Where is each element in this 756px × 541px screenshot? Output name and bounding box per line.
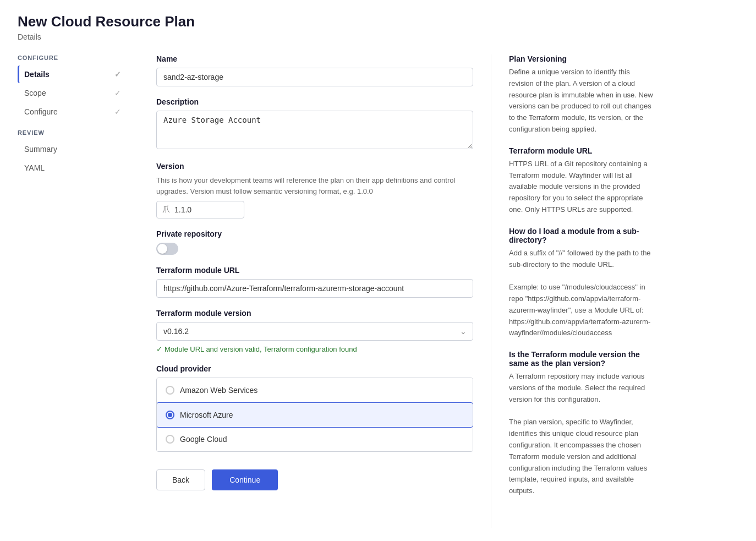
back-button[interactable]: Back	[156, 469, 205, 490]
checkmark-icon: ✓	[156, 345, 162, 353]
terraform-version-section: Terraform module version v0.16.2 ⌄ ✓ Mod…	[156, 309, 473, 353]
azure-label: Microsoft Azure	[180, 411, 233, 419]
terraform-version-label: Terraform module version	[156, 309, 473, 318]
aws-label: Amazon Web Services	[180, 386, 258, 395]
private-repo-toggle[interactable]	[156, 243, 178, 255]
help-version-same: Is the Terraform module version the same…	[509, 350, 656, 497]
description-textarea[interactable]: Azure Storage Account	[156, 111, 473, 149]
sidebar-item-yaml[interactable]: YAML	[18, 159, 128, 177]
version-label: Version	[156, 162, 473, 171]
cloud-provider-section: Cloud provider Amazon Web Services Micro…	[156, 364, 473, 452]
validation-message: ✓ Module URL and version valid, Terrafor…	[156, 345, 473, 353]
help-text-terraform-url: HTTPS URL of a Git repository containing…	[509, 159, 656, 216]
sidebar-item-summary[interactable]: Summary	[18, 140, 128, 158]
cloud-provider-aws[interactable]: Amazon Web Services	[157, 378, 473, 403]
check-icon-details: ✓	[114, 70, 121, 79]
cloud-provider-gcp[interactable]: Google Cloud	[157, 427, 473, 451]
terraform-version-select-wrapper: v0.16.2 ⌄	[156, 322, 473, 341]
help-text-version-same: A Terraform repository may include vario…	[509, 371, 656, 497]
review-section-label: REVIEW	[18, 129, 128, 136]
toggle-knob	[157, 244, 167, 254]
sidebar-item-configure[interactable]: Configure ✓	[18, 103, 128, 121]
version-icon: ⽖	[162, 205, 170, 215]
version-input-wrapper: ⽖	[156, 201, 244, 218]
version-description: This is how your development teams will …	[156, 175, 473, 196]
cloud-provider-label: Cloud provider	[156, 364, 473, 373]
help-title-versioning: Plan Versioning	[509, 54, 656, 63]
description-section: Description Azure Storage Account	[156, 97, 473, 151]
terraform-url-input[interactable]	[156, 279, 473, 298]
terraform-version-select[interactable]: v0.16.2	[156, 322, 473, 341]
sidebar-item-label-details: Details	[24, 70, 50, 79]
terraform-url-section: Terraform module URL	[156, 266, 473, 298]
help-plan-versioning: Plan Versioning Define a unique version …	[509, 54, 656, 135]
content-area: Name Description Azure Storage Account V…	[139, 54, 491, 528]
page-title: New Cloud Resource Plan	[18, 13, 738, 30]
configure-section-label: CONFIGURE	[18, 54, 128, 61]
help-panel: Plan Versioning Define a unique version …	[491, 54, 656, 528]
name-section: Name	[156, 54, 473, 86]
radio-aws	[166, 386, 174, 395]
footer-buttons: Back Continue	[156, 469, 473, 490]
check-icon-scope: ✓	[114, 89, 121, 97]
sidebar-item-label-configure: Configure	[24, 107, 58, 116]
sidebar-item-details[interactable]: Details ✓	[18, 65, 128, 83]
sidebar-item-scope[interactable]: Scope ✓	[18, 84, 128, 102]
private-repo-section: Private repository	[156, 229, 473, 255]
description-label: Description	[156, 97, 473, 106]
help-subdirectory: How do I load a module from a sub-direct…	[509, 227, 656, 339]
help-title-terraform-url: Terraform module URL	[509, 146, 656, 155]
radio-dot-azure	[168, 413, 172, 417]
radio-gcp	[166, 435, 174, 444]
continue-button[interactable]: Continue	[212, 469, 278, 490]
help-terraform-url: Terraform module URL HTTPS URL of a Git …	[509, 146, 656, 216]
cloud-provider-options: Amazon Web Services Microsoft Azure Goog…	[156, 378, 473, 452]
help-title-subdirectory: How do I load a module from a sub-direct…	[509, 227, 656, 244]
version-input[interactable]	[174, 205, 229, 214]
radio-azure	[166, 411, 174, 419]
terraform-url-label: Terraform module URL	[156, 266, 473, 275]
help-text-subdirectory: Add a suffix of "//" followed by the pat…	[509, 248, 656, 339]
name-label: Name	[156, 54, 473, 63]
check-icon-configure: ✓	[114, 107, 121, 116]
sidebar-item-label-summary: Summary	[24, 145, 57, 154]
help-text-versioning: Define a unique version to identify this…	[509, 67, 656, 135]
page-subtitle: Details	[18, 32, 738, 41]
private-repo-toggle-wrapper	[156, 243, 473, 255]
private-repo-label: Private repository	[156, 229, 473, 238]
gcp-label: Google Cloud	[180, 435, 227, 444]
name-input[interactable]	[156, 68, 473, 86]
sidebar: CONFIGURE Details ✓ Scope ✓ Configure ✓ …	[18, 54, 139, 528]
help-title-version-same: Is the Terraform module version the same…	[509, 350, 656, 368]
sidebar-item-label-yaml: YAML	[24, 163, 45, 172]
cloud-provider-azure[interactable]: Microsoft Azure	[156, 402, 473, 428]
version-section: Version This is how your development tea…	[156, 162, 473, 218]
sidebar-item-label-scope: Scope	[24, 89, 46, 97]
